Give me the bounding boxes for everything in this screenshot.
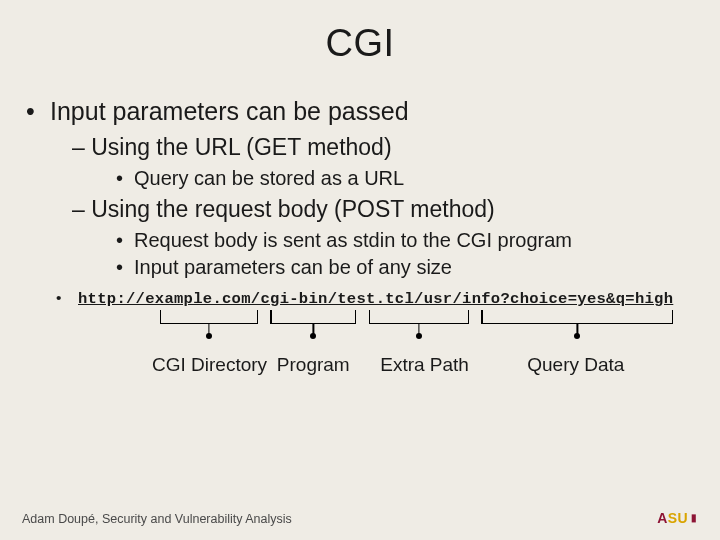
bullet-l3-text: Input parameters can be of any size (134, 256, 452, 278)
bullet-l1-text: Input parameters can be passed (50, 97, 409, 125)
bullet-dot-icon: • (56, 289, 78, 307)
bullet-l3-text: Query can be stored as a URL (134, 167, 404, 189)
bullet-l3-query: •Query can be stored as a URL (116, 167, 694, 190)
label-program: Program (265, 354, 361, 376)
bullet-dot-icon: • (116, 229, 134, 252)
url-brackets (160, 310, 694, 350)
bullet-dot-icon: • (116, 256, 134, 279)
slide-title: CGI (0, 0, 720, 65)
bullet-l3-text: Request body is sent as stdin to the CGI… (134, 229, 572, 251)
bullet-dot-icon: • (116, 167, 134, 190)
label-cgi-dir: CGI Directory (152, 354, 260, 376)
example-url-text: http://example.com/cgi-bin/test.tcl/usr/… (78, 290, 673, 308)
bullet-l2-post: – Using the request body (POST method) (72, 196, 694, 223)
bullet-dot-icon: • (26, 97, 50, 126)
logo-a: A (657, 510, 668, 526)
logo-su: SU (668, 510, 688, 526)
example-url: •http://example.com/cgi-bin/test.tcl/usr… (56, 289, 694, 308)
bracket-icon (270, 310, 356, 350)
label-query: Query Data (488, 354, 664, 376)
bullet-l3-size: •Input parameters can be of any size (116, 256, 694, 279)
url-part-labels: CGI Directory Program Extra Path Query D… (152, 354, 694, 376)
slide-body: •Input parameters can be passed – Using … (0, 65, 720, 376)
bracket-icon (160, 310, 258, 350)
asu-logo: ASU ▮ (657, 510, 698, 526)
sun-icon: ▮ (688, 512, 698, 523)
bracket-icon (369, 310, 469, 350)
bullet-l1: •Input parameters can be passed (26, 97, 694, 126)
bullet-l2-get: – Using the URL (GET method) (72, 134, 694, 161)
slide-footer: Adam Doupé, Security and Vulnerability A… (22, 512, 292, 526)
bracket-icon (481, 310, 673, 350)
label-extra-path: Extra Path (367, 354, 483, 376)
bullet-l3-stdin: •Request body is sent as stdin to the CG… (116, 229, 694, 252)
